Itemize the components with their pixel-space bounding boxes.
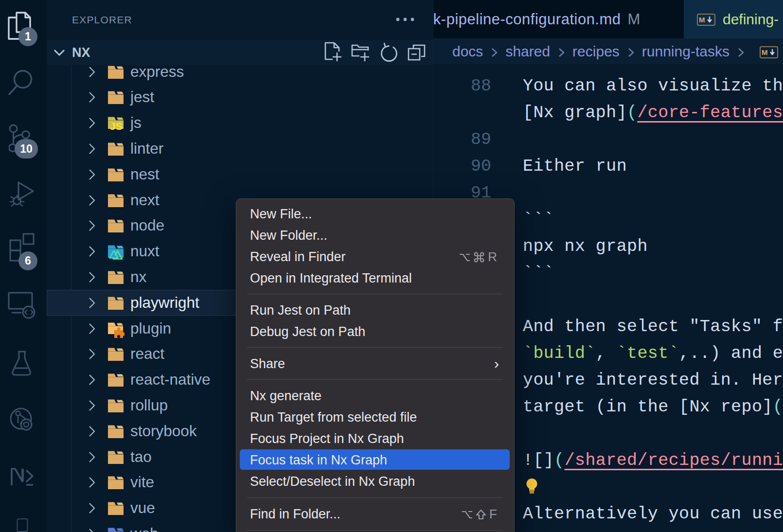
svg-text:M: M xyxy=(699,16,705,24)
svg-text:M: M xyxy=(762,48,768,56)
svg-text:JS: JS xyxy=(110,121,123,132)
